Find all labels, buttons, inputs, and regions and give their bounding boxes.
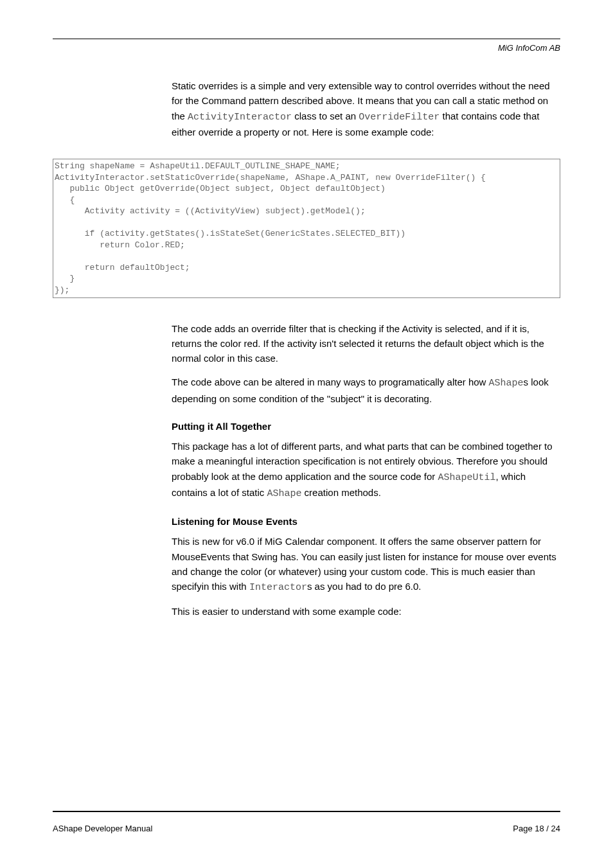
intro-block: Static overrides is a simple and very ex… — [172, 78, 560, 139]
header-rule — [53, 39, 560, 39]
code-activityinteractor: ActivityInteractor — [188, 112, 292, 123]
code-ashapeutil: AShapeUtil — [438, 472, 495, 483]
code-interactor: Interactor — [249, 582, 307, 593]
after-code-p1: The code adds an override filter that is… — [172, 321, 560, 366]
putting-title: Putting it All Together — [172, 419, 560, 434]
page: MiG InfoCom AB Static overrides is a sim… — [0, 0, 613, 868]
listening-p2: This is easier to understand with some e… — [172, 604, 560, 619]
footer: AShape Developer Manual Page 18 / 24 — [53, 806, 560, 833]
footer-row: AShape Developer Manual Page 18 / 24 — [53, 824, 560, 833]
putting-p1c: creation methods. — [301, 487, 380, 498]
header-company: MiG InfoCom AB — [53, 43, 560, 53]
putting-p1: This package has a lot of different part… — [172, 439, 560, 501]
after-code-block: The code adds an override filter that is… — [172, 321, 560, 619]
footer-left: AShape Developer Manual — [53, 824, 152, 833]
code-block: String shapeName = AshapeUtil.DEFAULT_OU… — [53, 159, 560, 298]
footer-right: Page 18 / 24 — [513, 824, 560, 833]
listening-p1b: s as you had to do pre 6.0. — [307, 581, 422, 592]
listening-title: Listening for Mouse Events — [172, 514, 560, 529]
footer-rule — [53, 811, 560, 812]
code-ashape-2: AShape — [267, 488, 301, 499]
after-code-p2a: The code above can be altered in many wa… — [172, 376, 489, 387]
listening-p1: This is new for v6.0 if MiG Calendar com… — [172, 534, 560, 595]
code-ashape-1: AShape — [489, 378, 524, 389]
after-code-p2: The code above can be altered in many wa… — [172, 375, 560, 406]
code-overridefilter: OverrideFilter — [359, 112, 440, 123]
intro-text-2: class to set an — [292, 111, 359, 121]
intro-paragraph: Static overrides is a simple and very ex… — [172, 78, 560, 139]
